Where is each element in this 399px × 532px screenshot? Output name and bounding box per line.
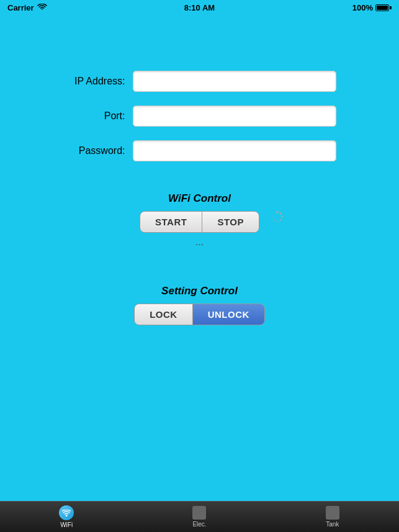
svg-point-3 bbox=[279, 219, 282, 221]
battery-percent: 100% bbox=[352, 3, 373, 12]
ip-address-input[interactable] bbox=[133, 71, 336, 92]
password-input[interactable] bbox=[133, 140, 336, 161]
tab-bar: WiFi Elec. Tank bbox=[0, 501, 399, 532]
svg-point-2 bbox=[280, 215, 283, 218]
password-label: Password: bbox=[63, 145, 125, 156]
tab-elec[interactable]: Elec. bbox=[133, 503, 266, 531]
wifi-signal-icon bbox=[37, 4, 47, 11]
port-row: Port: bbox=[63, 106, 336, 127]
tab-tank[interactable]: Tank bbox=[266, 503, 399, 531]
lock-button[interactable]: LOCK bbox=[135, 304, 193, 325]
status-right: 100% bbox=[352, 3, 392, 12]
wifi-tab-svg bbox=[62, 510, 71, 516]
status-left: Carrier bbox=[7, 3, 47, 12]
svg-point-7 bbox=[273, 212, 276, 215]
tank-tab-label: Tank bbox=[326, 521, 339, 528]
svg-point-4 bbox=[276, 220, 279, 223]
wifi-control-title: WiFi Control bbox=[168, 192, 231, 205]
svg-point-6 bbox=[272, 215, 274, 218]
tank-tab-icon bbox=[326, 506, 339, 520]
svg-point-0 bbox=[276, 211, 279, 214]
wifi-control-buttons: START STOP bbox=[140, 211, 259, 233]
main-content: IP Address: Port: Password: WiFi Control… bbox=[0, 15, 399, 501]
stop-button[interactable]: STOP bbox=[202, 212, 259, 232]
ip-address-row: IP Address: bbox=[63, 71, 336, 92]
port-input[interactable] bbox=[133, 106, 336, 127]
wifi-tab-label: WiFi bbox=[60, 521, 73, 528]
setting-control-buttons: LOCK UNLOCK bbox=[134, 304, 265, 325]
status-center: 8:10 AM bbox=[184, 3, 215, 12]
start-button[interactable]: START bbox=[140, 212, 202, 232]
ip-label: IP Address: bbox=[63, 76, 125, 87]
loading-spinner bbox=[271, 210, 284, 223]
carrier-text: Carrier bbox=[7, 3, 34, 12]
wifi-status-text: ... bbox=[195, 237, 204, 248]
elec-tab-label: Elec. bbox=[192, 521, 206, 528]
elec-tab-icon bbox=[192, 506, 206, 520]
form-section: IP Address: Port: Password: bbox=[63, 71, 336, 161]
unlock-button[interactable]: UNLOCK bbox=[193, 304, 264, 325]
status-time: 8:10 AM bbox=[184, 3, 215, 12]
setting-control-title: Setting Control bbox=[161, 285, 238, 297]
svg-point-8 bbox=[66, 515, 68, 516]
tab-wifi[interactable]: WiFi bbox=[0, 502, 133, 531]
wifi-tab-icon bbox=[59, 505, 74, 520]
svg-point-5 bbox=[273, 219, 276, 221]
setting-control-section: Setting Control LOCK UNLOCK bbox=[134, 285, 265, 325]
battery-icon bbox=[375, 4, 392, 11]
password-row: Password: bbox=[63, 140, 336, 161]
wifi-control-section: WiFi Control START STOP ... bbox=[140, 192, 259, 248]
svg-point-1 bbox=[279, 212, 282, 215]
status-bar: Carrier 8:10 AM 100% bbox=[0, 0, 399, 15]
port-label: Port: bbox=[63, 110, 125, 122]
